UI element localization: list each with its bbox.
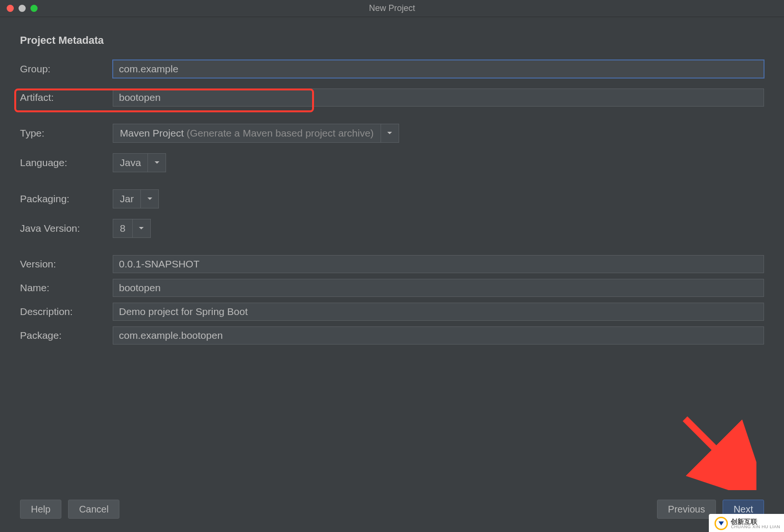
chevron-down-icon (138, 227, 144, 230)
type-hint: (Generate a Maven based project archive) (186, 128, 373, 139)
help-button[interactable]: Help (20, 500, 61, 519)
packaging-value: Jar (120, 193, 134, 205)
window-title: New Project (0, 3, 784, 13)
type-value: Maven Project (120, 128, 184, 139)
label-artifact: Artifact: (20, 92, 113, 103)
version-input[interactable] (113, 255, 764, 273)
watermark-sub: CHUANG XIN HU LIAN (731, 525, 780, 529)
row-package: Package: (20, 326, 764, 345)
watermark-logo-icon (715, 517, 728, 530)
label-description: Description: (20, 306, 113, 317)
row-language: Language: Java (20, 153, 764, 172)
row-name: Name: (20, 279, 764, 297)
button-bar: Help Cancel Previous Next (20, 500, 764, 519)
packaging-combo[interactable]: Jar (113, 189, 159, 208)
label-packaging: Packaging: (20, 193, 113, 205)
label-version: Version: (20, 258, 113, 270)
previous-button[interactable]: Previous (657, 500, 716, 519)
language-dropdown-button[interactable] (147, 154, 166, 172)
group-input[interactable] (113, 60, 764, 78)
titlebar: New Project (0, 0, 784, 17)
label-type: Type: (20, 128, 113, 139)
label-language: Language: (20, 157, 113, 168)
cancel-button[interactable]: Cancel (68, 500, 119, 519)
java-version-dropdown-button[interactable] (132, 219, 150, 237)
row-version: Version: (20, 255, 764, 273)
java-version-combo[interactable]: 8 (113, 219, 151, 238)
name-input[interactable] (113, 279, 764, 297)
row-group: Group: (20, 60, 764, 78)
svg-line-0 (685, 419, 742, 476)
description-input[interactable] (113, 303, 764, 321)
type-dropdown-button[interactable] (381, 124, 399, 142)
language-value: Java (120, 157, 141, 168)
artifact-input[interactable] (113, 89, 764, 107)
label-group: Group: (20, 63, 113, 75)
type-combo[interactable]: Maven Project (Generate a Maven based pr… (113, 124, 399, 143)
row-java-version: Java Version: 8 (20, 219, 764, 238)
row-description: Description: (20, 303, 764, 321)
package-input[interactable] (113, 326, 764, 345)
row-type: Type: Maven Project (Generate a Maven ba… (20, 124, 764, 143)
chevron-down-icon (154, 161, 160, 165)
label-name: Name: (20, 282, 113, 294)
annotation-arrow-next (676, 409, 756, 490)
row-packaging: Packaging: Jar (20, 189, 764, 208)
row-artifact: Artifact: (20, 89, 764, 107)
chevron-down-icon (147, 197, 153, 201)
chevron-down-icon (387, 131, 392, 135)
label-package: Package: (20, 330, 113, 341)
packaging-dropdown-button[interactable] (140, 190, 158, 208)
language-combo[interactable]: Java (113, 153, 166, 172)
java-version-value: 8 (120, 223, 126, 234)
label-java-version: Java Version: (20, 223, 113, 234)
section-title: Project Metadata (20, 34, 764, 47)
watermark: 创新互联 CHUANG XIN HU LIAN (709, 514, 784, 532)
content-area: Project Metadata Group: Artifact: Type: … (0, 17, 784, 345)
